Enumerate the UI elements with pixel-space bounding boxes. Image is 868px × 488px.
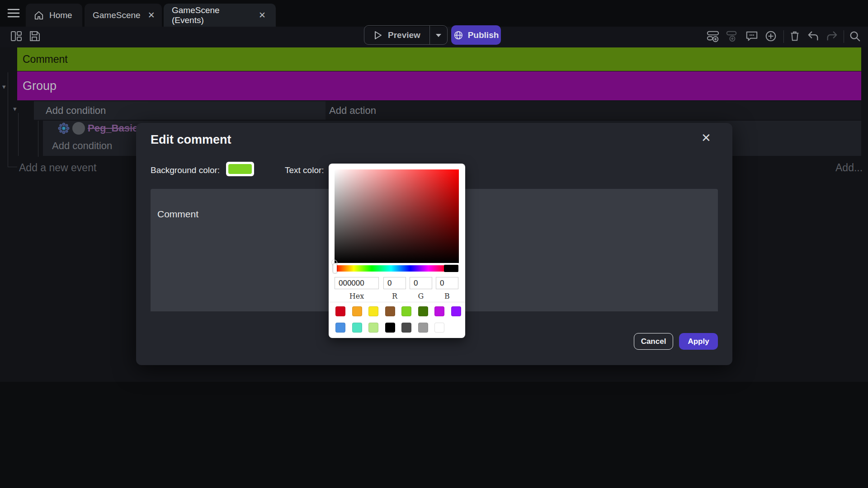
color-picker-popup: Hex R G B bbox=[329, 164, 465, 338]
add-subevent-icon bbox=[725, 30, 738, 42]
event-comment-row[interactable]: Comment bbox=[17, 47, 861, 71]
color-swatch[interactable] bbox=[401, 323, 411, 333]
search-icon[interactable] bbox=[849, 30, 861, 42]
saturation-area[interactable] bbox=[335, 169, 459, 263]
tree-line bbox=[8, 72, 8, 167]
publish-button[interactable]: Publish bbox=[451, 25, 501, 45]
current-color-preview bbox=[444, 265, 458, 272]
color-swatch[interactable] bbox=[368, 306, 378, 316]
color-swatch[interactable] bbox=[385, 306, 395, 316]
color-swatch[interactable] bbox=[352, 323, 362, 333]
tab-gamescene-events-label: GameScene (Events) bbox=[172, 5, 251, 25]
tab-gamescene-events[interactable]: GameScene (Events) ✕ bbox=[164, 4, 276, 27]
preview-label: Preview bbox=[388, 30, 420, 40]
color-swatch[interactable] bbox=[368, 323, 378, 333]
group-row-text: Group bbox=[23, 79, 57, 93]
cancel-button[interactable]: Cancel bbox=[634, 333, 673, 350]
background-color-label: Background color: bbox=[151, 165, 220, 175]
preset-swatches bbox=[335, 306, 465, 333]
color-swatch[interactable] bbox=[434, 323, 444, 333]
add-new-event-link[interactable]: Add a new event bbox=[19, 162, 96, 174]
collapse-arrow-icon[interactable]: ▾ bbox=[13, 105, 17, 113]
hex-input[interactable] bbox=[335, 277, 379, 289]
dialog-title: Edit comment bbox=[151, 133, 231, 147]
apply-button[interactable]: Apply bbox=[679, 333, 718, 350]
color-swatch[interactable] bbox=[418, 306, 428, 316]
add-event-icon[interactable] bbox=[707, 30, 719, 42]
open-panel-icon[interactable] bbox=[10, 30, 23, 42]
behavior-gear-icon bbox=[58, 122, 70, 134]
tab-home-label: Home bbox=[49, 10, 72, 20]
red-input[interactable] bbox=[383, 277, 406, 289]
comment-textarea-value: Comment bbox=[157, 209, 198, 219]
background-color-picker-button[interactable] bbox=[226, 162, 254, 176]
tab-gamescene[interactable]: GameScene ✕ bbox=[85, 4, 162, 27]
tab-home[interactable]: Home bbox=[26, 4, 82, 27]
object-thumbnail bbox=[72, 122, 85, 135]
add-condition-text: Add condition bbox=[46, 105, 106, 117]
preview-dropdown-button[interactable] bbox=[429, 26, 447, 44]
play-icon bbox=[373, 31, 382, 40]
toolbar-divider bbox=[844, 30, 844, 43]
menu-icon[interactable] bbox=[7, 8, 20, 19]
background-color-swatch bbox=[228, 164, 252, 174]
add-action-truncated-link[interactable]: Add... bbox=[835, 162, 863, 174]
add-condition-link[interactable]: Add condition bbox=[52, 140, 112, 152]
tree-line bbox=[38, 121, 38, 157]
top-bar: Home GameScene ✕ GameScene (Events) ✕ bbox=[0, 0, 868, 27]
object-name-text: Peg_Basic- bbox=[88, 122, 142, 134]
color-swatch[interactable] bbox=[335, 323, 345, 333]
collapse-arrow-icon[interactable]: ▾ bbox=[2, 83, 6, 91]
hex-input-label: Hex bbox=[335, 292, 379, 300]
color-swatch[interactable] bbox=[335, 306, 345, 316]
color-swatch[interactable] bbox=[451, 306, 461, 316]
blue-input-label: B bbox=[436, 292, 458, 300]
save-icon[interactable] bbox=[28, 30, 41, 42]
color-swatch[interactable] bbox=[385, 323, 395, 333]
globe-icon bbox=[453, 30, 463, 40]
preview-button[interactable]: Preview bbox=[364, 25, 448, 45]
tree-line bbox=[18, 113, 19, 156]
green-input[interactable] bbox=[410, 277, 432, 289]
toolbar: Preview Publish bbox=[0, 27, 868, 47]
hue-slider-handle[interactable] bbox=[333, 264, 337, 273]
add-condition-text: Add condition bbox=[52, 140, 112, 151]
tab-close-icon[interactable]: ✕ bbox=[146, 9, 157, 21]
green-input-label: G bbox=[410, 292, 432, 300]
tab-close-icon[interactable]: ✕ bbox=[257, 9, 268, 21]
color-swatch[interactable] bbox=[434, 306, 444, 316]
picker-divider bbox=[329, 302, 465, 302]
home-icon bbox=[34, 10, 44, 20]
tree-line bbox=[8, 167, 17, 167]
color-swatch[interactable] bbox=[352, 306, 362, 316]
redo-icon bbox=[826, 30, 838, 42]
delete-icon[interactable] bbox=[788, 30, 801, 42]
add-condition-link[interactable]: Add condition bbox=[34, 101, 326, 120]
blue-input[interactable] bbox=[436, 277, 458, 289]
condition-row[interactable]: Peg_Basic- bbox=[58, 122, 142, 135]
add-circle-icon[interactable] bbox=[764, 30, 777, 42]
apply-label: Apply bbox=[688, 337, 709, 346]
text-color-label: Text color: bbox=[285, 165, 324, 175]
publish-label: Publish bbox=[468, 30, 499, 40]
comment-row-text: Comment bbox=[23, 53, 68, 66]
color-swatch[interactable] bbox=[401, 306, 411, 316]
toolbar-divider bbox=[783, 30, 784, 43]
hue-slider[interactable] bbox=[335, 265, 448, 272]
cancel-label: Cancel bbox=[641, 337, 666, 346]
add-comment-icon[interactable] bbox=[745, 30, 758, 42]
add-action-text: Add action bbox=[329, 105, 376, 117]
color-swatch[interactable] bbox=[418, 323, 428, 333]
close-icon[interactable]: ✕ bbox=[701, 132, 711, 144]
chevron-down-icon bbox=[435, 33, 442, 38]
event-group-row[interactable]: Group bbox=[17, 71, 861, 100]
add-action-link[interactable]: Add action bbox=[326, 101, 861, 120]
tab-gamescene-label: GameScene bbox=[93, 10, 141, 20]
undo-icon[interactable] bbox=[807, 30, 820, 42]
red-input-label: R bbox=[383, 292, 406, 300]
